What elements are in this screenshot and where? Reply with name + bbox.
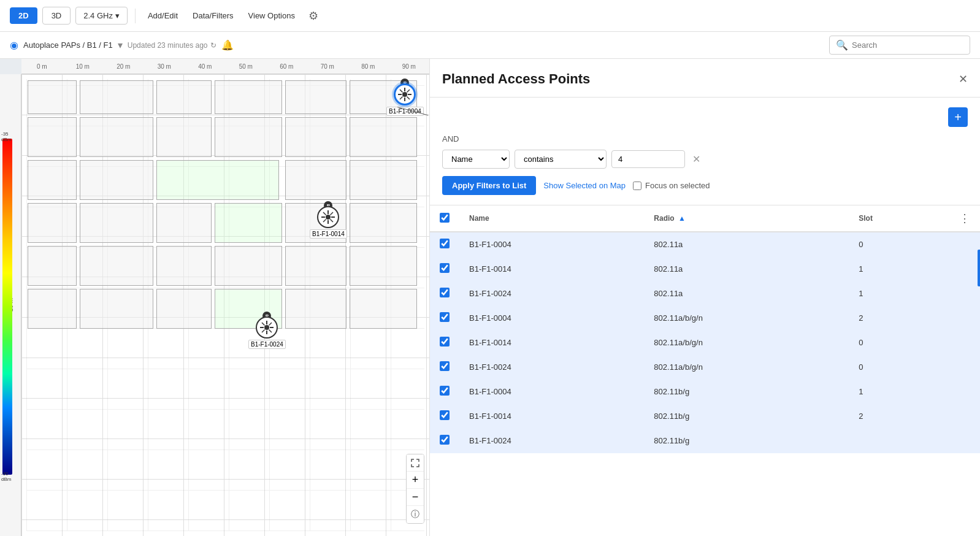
filter-contains-select[interactable]: contains equals starts with ends with	[515, 150, 607, 169]
row-name: B1-F1-0004	[459, 232, 644, 257]
header-name[interactable]: Name	[459, 205, 644, 232]
row-checkbox[interactable]	[440, 288, 450, 297]
breadcrumb-left: ◉ Autoplace PAPs / B1 / F1 ▾ Updated 23 …	[10, 39, 234, 51]
row-checkbox-cell	[430, 331, 459, 355]
table-row: B1-F1-0014 802.11b/g 2	[430, 404, 980, 429]
filter-clear-button[interactable]: ✕	[690, 151, 703, 167]
breadcrumb-path[interactable]: Autoplace PAPs / B1 / F1	[23, 40, 113, 50]
row-checkbox-cell	[430, 281, 459, 306]
breadcrumb-chevron[interactable]: ▾	[118, 39, 123, 51]
row-name: B1-F1-0024	[459, 355, 644, 380]
row-more	[949, 331, 980, 355]
btn-3d[interactable]: 3D	[42, 7, 71, 25]
gear-button[interactable]: ⚙	[305, 6, 322, 26]
row-name: B1-F1-0024	[459, 281, 644, 306]
row-more	[949, 306, 980, 331]
row-slot	[849, 429, 949, 453]
legend-bar	[2, 139, 12, 475]
header-checkbox[interactable]	[440, 213, 450, 223]
row-checkbox[interactable]	[440, 410, 450, 420]
row-checkbox[interactable]	[440, 239, 450, 248]
row-radio: 802.11b/g	[644, 429, 849, 453]
btn-2d[interactable]: 2D	[10, 7, 37, 24]
svg-point-9	[326, 215, 331, 220]
row-slot: 0	[849, 355, 949, 380]
ap-marker-b1f10024[interactable]: P B1-F1-0024	[248, 316, 286, 349]
focus-selected-label[interactable]: Focus on selected	[633, 181, 710, 190]
add-filter-button[interactable]: +	[948, 107, 968, 127]
ap-marker-b1f10014[interactable]: P B1-F1-0014	[310, 206, 347, 239]
ap-circle	[256, 316, 278, 339]
table-row: B1-F1-0004 802.11b/g 1	[430, 380, 980, 404]
row-slot: 1	[849, 281, 949, 306]
row-radio: 802.11a	[644, 232, 849, 257]
row-name: B1-F1-0014	[459, 331, 644, 355]
svg-line-23	[262, 323, 265, 326]
table-row: B1-F1-0004 802.11a/b/g/n 2	[430, 306, 980, 331]
more-columns-button[interactable]: ⋮	[959, 212, 970, 225]
row-slot: 2	[849, 306, 949, 331]
row-checkbox[interactable]	[440, 386, 450, 396]
row-more	[949, 380, 980, 404]
search-input[interactable]	[852, 40, 963, 50]
row-radio: 802.11a	[644, 257, 849, 281]
table-container[interactable]: Name Radio ▲ Slot ⋮ B1-F1-0004 802.11a 0	[430, 205, 980, 536]
row-name: B1-F1-0014	[459, 257, 644, 281]
show-selected-button[interactable]: Show Selected on Map	[543, 181, 626, 190]
view-options-button[interactable]: View Options	[243, 7, 300, 24]
row-checkbox[interactable]	[440, 337, 450, 346]
filter-value-input[interactable]	[611, 150, 685, 168]
row-checkbox-cell	[430, 232, 459, 257]
row-checkbox[interactable]	[440, 263, 450, 273]
map-canvas[interactable]: P B1-F1-0004	[21, 74, 429, 536]
freq-selector[interactable]: 2.4 GHz ▾	[75, 7, 128, 25]
header-radio[interactable]: Radio ▲	[644, 205, 849, 232]
data-filters-button[interactable]: Data/Filters	[188, 7, 238, 24]
row-more	[949, 404, 980, 429]
row-name: B1-F1-0004	[459, 306, 644, 331]
ap-marker-b1f10004[interactable]: P B1-F1-0004	[386, 83, 424, 116]
row-radio: 802.11b/g	[644, 380, 849, 404]
bell-icon[interactable]: 🔔	[221, 39, 234, 51]
zoom-out-button[interactable]: −	[407, 489, 424, 506]
legend-bottom-label: -90dBm	[1, 471, 11, 482]
row-more	[949, 281, 980, 306]
row-radio: 802.11a/b/g/n	[644, 331, 849, 355]
refresh-icon[interactable]: ↻	[210, 41, 216, 50]
zoom-in-button[interactable]: +	[407, 472, 424, 489]
svg-point-0	[402, 92, 407, 97]
panel: Planned Access Points ✕ + AND Name Radio…	[429, 59, 980, 536]
row-radio: 802.11a	[644, 281, 849, 306]
row-slot: 0	[849, 331, 949, 355]
row-radio: 802.11a/b/g/n	[644, 355, 849, 380]
apply-filters-button[interactable]: Apply Filters to List	[442, 176, 536, 195]
info-button[interactable]: ⓘ	[407, 506, 424, 523]
row-checkbox[interactable]	[440, 435, 450, 445]
row-checkbox[interactable]	[440, 312, 450, 322]
row-name: B1-F1-0024	[459, 429, 644, 453]
row-checkbox[interactable]	[440, 361, 450, 371]
map-ruler-top: 0 m 10 m 20 m 30 m 40 m 50 m 60 m 70 m 8…	[21, 59, 429, 74]
panel-header: Planned Access Points ✕	[430, 59, 980, 97]
table-row: B1-F1-0014 802.11a/b/g/n 0	[430, 331, 980, 355]
ap-circle	[394, 83, 416, 105]
header-slot[interactable]: Slot	[849, 205, 949, 232]
fullscreen-button[interactable]	[407, 454, 424, 472]
focus-checkbox[interactable]	[633, 182, 641, 190]
row-more	[949, 429, 980, 453]
right-edge-indicator	[978, 250, 980, 286]
map-area: 0 m 10 m 20 m 30 m 40 m 50 m 60 m 70 m 8…	[0, 59, 429, 536]
svg-line-26	[262, 330, 265, 333]
ap-label: B1-F1-0004	[386, 107, 424, 116]
filter-row: Name Radio Slot contains equals starts w…	[442, 150, 968, 169]
filter-add-row: +	[430, 107, 980, 134]
row-slot: 0	[849, 232, 949, 257]
svg-line-17	[323, 220, 326, 223]
add-edit-button[interactable]: Add/Edit	[143, 7, 183, 24]
search-icon: 🔍	[836, 39, 848, 51]
filter-name-select[interactable]: Name Radio Slot	[442, 150, 510, 169]
panel-divider	[430, 97, 980, 98]
close-button[interactable]: ✕	[959, 72, 968, 86]
svg-line-25	[269, 323, 272, 326]
row-checkbox-cell	[430, 306, 459, 331]
